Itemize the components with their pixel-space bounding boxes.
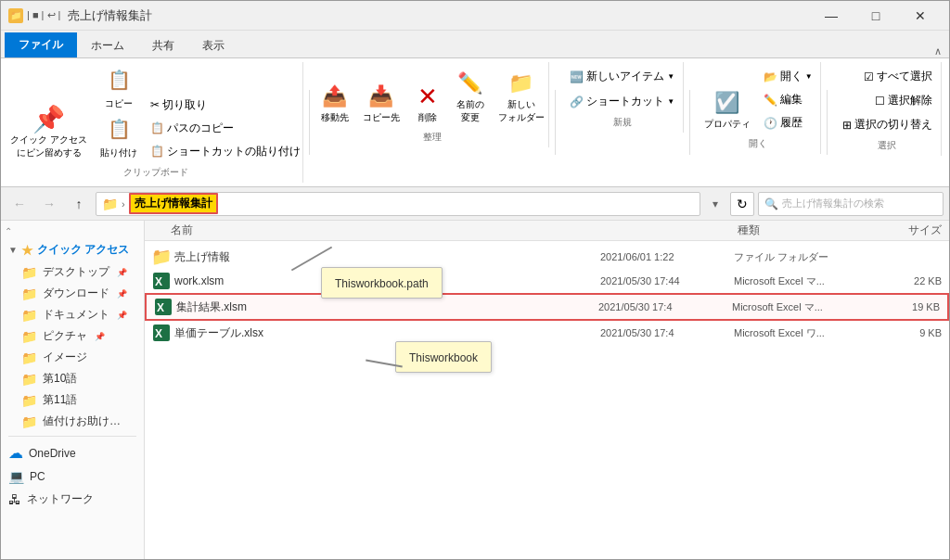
svg-text:X: X xyxy=(155,327,162,340)
network-icon: 🖧 xyxy=(8,492,21,507)
copy-path-button[interactable]: 📋 パスのコピー xyxy=(146,118,305,139)
image-label: イメージ xyxy=(43,350,87,365)
file-area-wrapper: 名前 種類 サイズ 📁 売上げ情報 2021/06/01 1:22 xyxy=(145,221,949,560)
file-list: 📁 売上げ情報 2021/06/01 1:22 ファイル フォルダー X wor… xyxy=(145,241,949,560)
open-icon: 📂 xyxy=(764,70,777,83)
image-folder-icon: 📁 xyxy=(21,350,37,365)
sidebar-onedrive[interactable]: ☁ OneDrive xyxy=(1,440,144,465)
copy-to-icon: 📥 xyxy=(366,82,396,111)
new-item-button[interactable]: 🆕 新しいアイテム ▼ xyxy=(565,66,679,87)
size-col-header[interactable]: サイズ xyxy=(867,223,942,238)
ribbon-group-clipboard: 📌 クイック アクセスにピン留めする 📋 コピー 📋 貼り付け ✂ 切り取り xyxy=(8,62,303,183)
type-col-header[interactable]: 種類 xyxy=(738,223,867,238)
name-col-header[interactable]: 名前 xyxy=(171,223,608,238)
paste-shortcut-button[interactable]: 📋 ショートカットの貼り付け xyxy=(146,141,305,162)
onedrive-label: OneDrive xyxy=(29,447,76,460)
ribbon: ファイル ホーム 共有 表示 ∧ 📌 クイック アクセスにピン留めする xyxy=(1,31,949,187)
file-name-tankatable: 単価テーブル.xlsx xyxy=(174,325,597,341)
shortcut-button[interactable]: 🔗 ショートカット ▼ xyxy=(565,91,679,112)
file-name-work: work.xlsm xyxy=(174,274,597,287)
new-label: 新規 xyxy=(613,116,632,129)
window-controls[interactable]: — □ ✕ xyxy=(810,1,942,31)
pc-icon: 💻 xyxy=(8,469,24,484)
copy-button[interactable]: 📋 コピー xyxy=(96,66,142,113)
ribbon-collapse[interactable]: ∧ xyxy=(927,45,949,57)
sidebar-item-documents[interactable]: 📁 ドキュメント 📌 xyxy=(1,304,144,325)
properties-button[interactable]: ☑️ プロパティ xyxy=(700,85,755,134)
address-bar[interactable]: 📁 › 売上げ情報集計 xyxy=(96,192,700,216)
search-bar[interactable]: 🔍 売上げ情報集計の検索 xyxy=(758,192,944,216)
sidebar-item-lesson11[interactable]: 📁 第11語 xyxy=(1,389,144,411)
clipboard-extra: ✂ 切り取り 📋 パスのコピー 📋 ショートカットの貼り付け xyxy=(146,95,305,162)
sidebar: ⌃ ▼ ★ クイック アクセス 📁 デスクトップ 📌 📁 ダウンロード 📌 📁 … xyxy=(1,221,145,560)
file-row-work[interactable]: X work.xlsm 2021/05/30 17:44 Microsoft E… xyxy=(145,269,949,293)
maximize-button[interactable]: □ xyxy=(854,1,897,31)
open-label: 開く xyxy=(749,137,767,150)
file-type-shukeikekka: Microsoft Excel マ... xyxy=(732,300,862,314)
deselect-button[interactable]: ☐ 選択解除 xyxy=(870,90,937,111)
macro-label: 値付けお助けマクロ xyxy=(43,414,126,429)
new-items: 🆕 新しいアイテム ▼ 🔗 ショートカット ▼ xyxy=(565,66,679,112)
tab-view[interactable]: 表示 xyxy=(188,33,238,57)
tab-home[interactable]: ホーム xyxy=(77,33,138,57)
quick-access-header[interactable]: ▼ ★ クイック アクセス xyxy=(1,238,144,261)
move-icon: 📤 xyxy=(320,82,350,111)
pin-icon: 📌 xyxy=(117,268,127,277)
pin-icon-2: 📌 xyxy=(117,289,127,299)
minimize-button[interactable]: — xyxy=(810,1,853,31)
organize-label: 整理 xyxy=(423,131,442,144)
address-dropdown-button[interactable]: ▾ xyxy=(704,193,726,215)
deselect-icon: ☐ xyxy=(875,95,885,108)
file-size-shukeikekka: 19 KB xyxy=(866,301,940,312)
file-row-shukeikekka[interactable]: X 集計結果.xlsm 2021/05/30 17:4 Microsoft Ex… xyxy=(145,293,949,321)
main-area: ⌃ ▼ ★ クイック アクセス 📁 デスクトップ 📌 📁 ダウンロード 📌 📁 … xyxy=(1,221,949,560)
rename-button[interactable]: ✏️ 名前の変更 xyxy=(451,66,490,127)
sidebar-item-image[interactable]: 📁 イメージ xyxy=(1,347,144,368)
ribbon-group-select: ☑ すべて選択 ☐ 選択解除 ⊞ 選択の切り替え 選択 xyxy=(833,62,942,156)
sidebar-item-download[interactable]: 📁 ダウンロード 📌 xyxy=(1,283,144,304)
file-header: 名前 種類 サイズ xyxy=(145,221,949,241)
title-bar-folder-icon: 📁 xyxy=(8,8,23,23)
pin-to-quick-access-button[interactable]: 📌 クイック アクセスにピン留めする xyxy=(6,101,92,162)
onedrive-icon: ☁ xyxy=(8,444,23,462)
pc-label: PC xyxy=(30,470,45,483)
excel-icon-shukeikekka: X xyxy=(154,298,173,316)
file-row-tankatable[interactable]: X 単価テーブル.xlsx 2021/05/30 17:4 Microsoft … xyxy=(145,321,949,345)
paste-button[interactable]: 📋 貼り付け xyxy=(96,115,142,162)
tab-file[interactable]: ファイル xyxy=(5,32,77,57)
quick-access-label: クイック アクセス xyxy=(37,242,129,258)
clipboard-items: 📌 クイック アクセスにピン留めする 📋 コピー 📋 貼り付け ✂ 切り取り xyxy=(6,66,305,162)
sidebar-item-desktop[interactable]: 📁 デスクトップ 📌 xyxy=(1,261,144,283)
sidebar-item-pictures[interactable]: 📁 ピクチャ 📌 xyxy=(1,325,144,347)
shortcut-icon: 🔗 xyxy=(570,95,584,108)
sidebar-item-macro[interactable]: 📁 値付けお助けマクロ xyxy=(1,411,144,432)
move-to-button[interactable]: 📤 移動先 xyxy=(315,79,354,127)
tab-share[interactable]: 共有 xyxy=(138,33,188,57)
close-button[interactable]: ✕ xyxy=(899,1,942,31)
window-title: 売上げ情報集計 xyxy=(68,7,152,24)
sidebar-item-lesson10[interactable]: 📁 第10語 xyxy=(1,368,144,389)
sidebar-pc[interactable]: 💻 PC xyxy=(1,465,144,488)
invert-selection-button[interactable]: ⊞ 選択の切り替え xyxy=(838,114,937,135)
select-all-button[interactable]: ☑ すべて選択 xyxy=(859,66,937,87)
delete-button[interactable]: ✕ 削除 xyxy=(408,79,447,127)
address-separator: › xyxy=(122,198,125,210)
new-folder-button[interactable]: 📁 新しいフォルダー xyxy=(494,66,549,127)
nav-bar: ← → ↑ 📁 › 売上げ情報集計 ▾ ↻ 🔍 売上げ情報集計の検索 xyxy=(1,187,949,221)
macro-folder-icon: 📁 xyxy=(21,414,37,429)
file-date-tankatable: 2021/05/30 17:4 xyxy=(600,327,730,338)
lesson11-folder-icon: 📁 xyxy=(21,393,37,408)
file-row-uriagenjoho[interactable]: 📁 売上げ情報 2021/06/01 1:22 ファイル フォルダー xyxy=(145,245,949,269)
forward-button[interactable]: → xyxy=(36,191,62,217)
sidebar-network[interactable]: 🖧 ネットワーク xyxy=(1,488,144,511)
back-button[interactable]: ← xyxy=(6,191,32,217)
open-button[interactable]: 📂 開く ▼ xyxy=(759,66,817,87)
copy-to-button[interactable]: 📥 コピー先 xyxy=(358,79,404,127)
cut-button[interactable]: ✂ 切り取り xyxy=(146,95,305,116)
refresh-button[interactable]: ↻ xyxy=(730,192,754,216)
title-bar-left: 📁 | ■ | ↩ | 売上げ情報集計 xyxy=(8,7,152,24)
edit-button[interactable]: ✏️ 編集 xyxy=(759,89,817,110)
title-bar: 📁 | ■ | ↩ | 売上げ情報集計 — □ ✕ xyxy=(1,1,949,31)
history-button[interactable]: 🕐 履歴 xyxy=(759,112,817,134)
up-button[interactable]: ↑ xyxy=(66,191,92,217)
